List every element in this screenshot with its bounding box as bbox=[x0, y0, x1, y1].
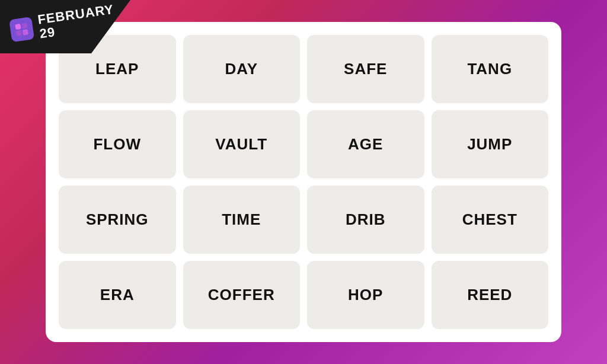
main-card: LEAPDAYSAFETANGFLOWVAULTAGEJUMPSPRINGTIM… bbox=[46, 22, 561, 342]
cell-label-vault: VAULT bbox=[215, 135, 267, 154]
cell-label-flow: FLOW bbox=[93, 135, 141, 154]
cell-hop[interactable]: HOP bbox=[307, 261, 424, 329]
svg-rect-1 bbox=[21, 23, 27, 28]
cell-reed[interactable]: REED bbox=[432, 261, 549, 329]
cell-label-era: ERA bbox=[100, 286, 135, 304]
cell-label-chest: CHEST bbox=[462, 210, 517, 229]
cell-label-coffer: COFFER bbox=[208, 286, 275, 304]
cell-safe[interactable]: SAFE bbox=[307, 35, 424, 103]
cell-tang[interactable]: TANG bbox=[432, 35, 549, 103]
cell-spring[interactable]: SPRING bbox=[59, 186, 176, 254]
cell-flow[interactable]: FLOW bbox=[59, 110, 176, 178]
cell-coffer[interactable]: COFFER bbox=[183, 261, 301, 329]
cell-label-jump: JUMP bbox=[467, 135, 512, 154]
cell-label-time: TIME bbox=[222, 210, 261, 229]
cell-drib[interactable]: DRIB bbox=[307, 186, 424, 254]
svg-rect-2 bbox=[16, 30, 22, 36]
cell-label-drib: DRIB bbox=[346, 210, 386, 229]
cell-day[interactable]: DAY bbox=[183, 35, 301, 103]
svg-rect-0 bbox=[15, 24, 21, 30]
cell-time[interactable]: TIME bbox=[183, 186, 301, 254]
cell-label-hop: HOP bbox=[348, 286, 383, 304]
svg-rect-3 bbox=[23, 29, 28, 35]
cell-chest[interactable]: CHEST bbox=[432, 186, 549, 254]
cell-label-age: AGE bbox=[348, 135, 383, 154]
cell-vault[interactable]: VAULT bbox=[183, 110, 301, 178]
app-icon bbox=[9, 17, 34, 42]
cell-label-safe: SAFE bbox=[344, 60, 387, 78]
word-grid: LEAPDAYSAFETANGFLOWVAULTAGEJUMPSPRINGTIM… bbox=[59, 35, 548, 329]
cell-label-day: DAY bbox=[225, 60, 258, 78]
cell-label-reed: REED bbox=[467, 286, 512, 304]
cell-age[interactable]: AGE bbox=[307, 110, 424, 178]
cell-label-tang: TANG bbox=[467, 60, 512, 78]
cell-label-leap: LEAP bbox=[95, 60, 139, 78]
cell-era[interactable]: ERA bbox=[59, 261, 176, 329]
cell-jump[interactable]: JUMP bbox=[432, 110, 549, 178]
cell-label-spring: SPRING bbox=[86, 210, 149, 229]
